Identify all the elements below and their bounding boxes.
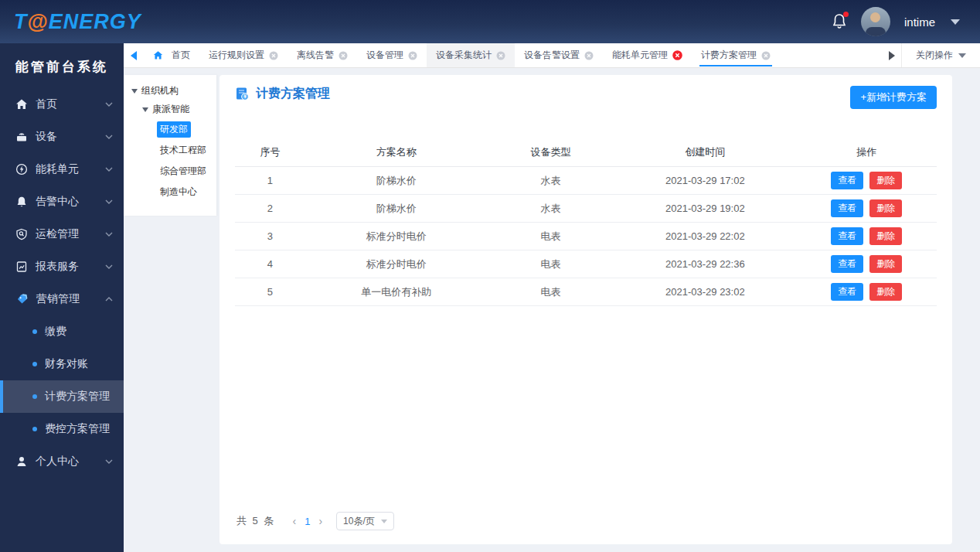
sidebar-item-energy-unit[interactable]: 能耗单元 [0,153,124,186]
col-header-actions: 操作 [796,138,937,167]
tree-node-manufacturing-center[interactable]: 制造中心 [131,184,212,200]
tree-node-general-mgmt-dept[interactable]: 综合管理部 [131,163,212,179]
top-header: T@ENERGY intime [0,0,980,43]
tree-node-label: 技术工程部 [157,142,209,158]
close-operations-dropdown[interactable]: 关闭操作 [901,43,980,67]
table-row: 3 标准分时电价 电表 2021-03-29 22:02 查看删除 [235,223,937,250]
tab-device-alarm-settings[interactable]: 设备告警设置 [515,43,603,67]
tab-label: 运行规则设置 [209,49,264,62]
tab-label: 能耗单元管理 [612,49,668,62]
tab-home[interactable]: 首页 [144,43,199,67]
sidebar-item-inspection[interactable]: 运检管理 [0,218,124,250]
cell-plan-name: 阶梯水价 [305,195,488,223]
close-icon[interactable] [408,51,417,60]
tree-node-rd-dept[interactable]: 研发部 [131,121,212,138]
tree-expand-caret-icon[interactable] [131,89,138,94]
add-billing-plan-button[interactable]: +新增计费方案 [850,86,937,109]
view-button[interactable]: 查看 [831,227,863,245]
chevron-up-icon [105,297,113,302]
tree-node-root[interactable]: 组织机构 [131,84,212,97]
delete-button[interactable]: 删除 [869,227,902,245]
sidebar-item-alarm-center[interactable]: 告警中心 [0,186,124,218]
table-header-row: 序号 方案名称 设备类型 创建时间 操作 [235,138,937,167]
table-row: 2 阶梯水价 水表 2021-03-29 19:02 查看删除 [235,195,937,223]
tab-offline-alarm[interactable]: 离线告警 [288,43,357,67]
close-icon[interactable] [584,51,594,60]
page-size-select[interactable]: 10条/页 [336,512,394,530]
sidebar-item-fee-control-plan[interactable]: 费控方案管理 [0,413,124,445]
close-icon[interactable] [339,51,348,60]
tab-energy-unit-mgmt[interactable]: 能耗单元管理 [603,43,692,67]
delete-button[interactable]: 删除 [869,283,902,301]
sidebar-item-pay-fees[interactable]: 缴费 [0,315,124,348]
user-menu-caret-icon[interactable] [951,19,960,25]
next-page-icon[interactable]: › [317,515,324,527]
view-button[interactable]: 查看 [831,283,863,301]
shield-search-icon [15,228,28,240]
org-tree-panel: 组织机构 康派智能 研发部 技术工程部 综合管理部 制造中心 [124,75,216,216]
tab-billing-plan-mgmt[interactable]: 计费方案管理 [692,43,780,67]
sidebar-subitem-label: 计费方案管理 [45,390,110,404]
sidebar-item-label: 首页 [36,97,105,111]
close-operations-label: 关闭操作 [916,49,953,62]
page-number[interactable]: 1 [302,516,312,527]
avatar[interactable] [861,7,890,36]
sidebar-item-label: 营销管理 [36,292,105,306]
tab-device-mgmt[interactable]: 设备管理 [357,43,427,67]
billing-doc-icon: ¥ [235,87,250,101]
col-header-created-time: 创建时间 [614,138,796,167]
delete-button[interactable]: 删除 [869,199,902,217]
sidebar-item-billing-plan[interactable]: 计费方案管理 [0,380,124,413]
notifications-bell-icon[interactable] [832,13,847,30]
cell-index: 1 [235,167,305,195]
pagination: 共 5 条 ‹ 1 › 10条/页 [235,512,937,530]
app-logo: T@ENERGY [14,10,141,34]
tree-node-label: 研发部 [157,121,191,138]
tab-device-collect-stats[interactable]: 设备采集统计 [427,43,515,67]
cell-created-time: 2021-03-29 17:02 [614,167,796,195]
sidebar-item-label: 能耗单元 [36,162,105,176]
chevron-down-icon [105,199,113,204]
delete-button[interactable]: 删除 [869,172,902,189]
sidebar-item-personal-center[interactable]: 个人中心 [0,445,124,478]
chevron-down-icon [105,264,113,269]
tree-node-tech-eng-dept[interactable]: 技术工程部 [131,142,212,158]
close-icon[interactable] [761,51,771,60]
bullet-dot-icon [32,394,37,399]
tree-node-label: 综合管理部 [157,163,209,179]
cell-created-time: 2021-03-29 22:02 [614,223,796,250]
sidebar-item-marketing[interactable]: 营销管理 [0,283,124,315]
sidebar-item-device[interactable]: 设备 [0,121,124,153]
sidebar-subitem-label: 费控方案管理 [45,422,110,436]
tree-expand-caret-icon[interactable] [142,107,148,112]
sidebar-item-label: 设备 [36,130,105,144]
col-header-device-type: 设备类型 [488,138,614,167]
close-icon[interactable] [496,51,505,60]
logo-at-icon: @ [28,10,49,33]
tabs-scroll-right-icon[interactable] [881,43,901,67]
cell-index: 2 [235,195,305,223]
tab-label: 计费方案管理 [701,49,757,62]
sidebar-item-label: 告警中心 [36,195,105,209]
cell-plan-name: 单一电价有补助 [305,278,488,306]
report-chart-icon [15,261,28,273]
billing-plan-card: ¥ 计费方案管理 +新增计费方案 序号 方案名称 设备类型 创建时间 操作 [219,75,952,544]
tree-node-label: 制造中心 [157,184,200,200]
chevron-down-icon [105,459,113,464]
close-icon[interactable] [269,51,278,60]
username: intime [904,15,935,29]
view-button[interactable]: 查看 [831,172,863,189]
close-icon-hover[interactable] [672,50,682,60]
tree-node-company[interactable]: 康派智能 [131,103,212,116]
view-button[interactable]: 查看 [831,255,863,273]
bullet-dot-icon [32,329,37,334]
sidebar-item-finance-reconcile[interactable]: 财务对账 [0,348,124,380]
chevron-down-icon [105,167,113,172]
sidebar-item-reports[interactable]: 报表服务 [0,250,124,283]
tabs-scroll-left-icon[interactable] [124,43,144,67]
tab-run-rules[interactable]: 运行规则设置 [199,43,288,67]
prev-page-icon[interactable]: ‹ [291,515,298,527]
sidebar-item-home[interactable]: 首页 [0,88,124,121]
view-button[interactable]: 查看 [831,199,863,217]
delete-button[interactable]: 删除 [869,255,902,273]
